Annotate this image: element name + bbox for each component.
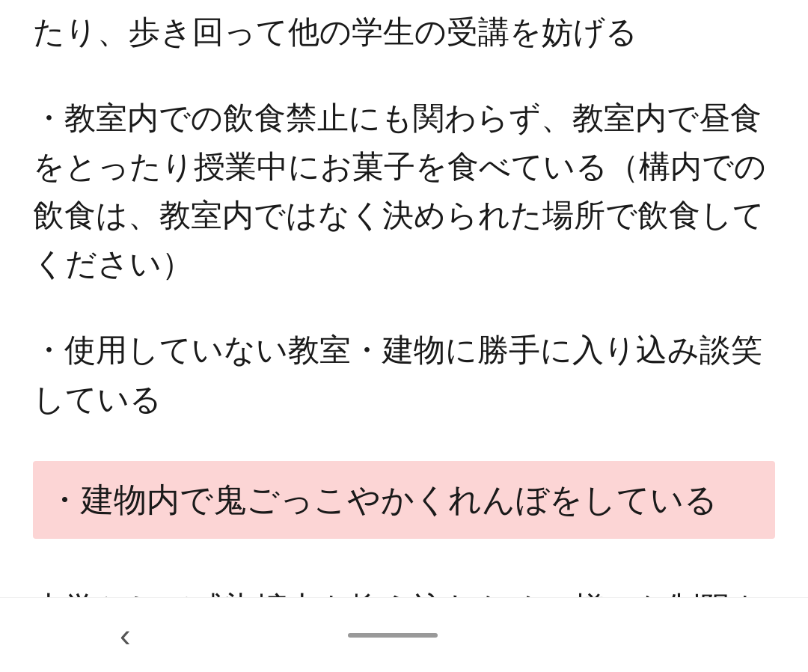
bullet-text-2: ・使用していない教室・建物に勝手に入り込み談笑している xyxy=(33,326,775,423)
back-button[interactable]: ‹ xyxy=(120,617,131,654)
top-paragraph: たり、歩き回って他の学生の受講を妨げる xyxy=(33,0,775,56)
bottom-navigation: ‹ xyxy=(0,597,808,672)
main-content: たり、歩き回って他の学生の受講を妨げる ・教室内での飲食禁止にも関わらず、教室内… xyxy=(0,0,808,632)
home-indicator[interactable] xyxy=(348,633,438,638)
bullet-block-2: ・使用していない教室・建物に勝手に入り込み談笑している xyxy=(33,326,775,423)
bullet-block-1: ・教室内での飲食禁止にも関わらず、教室内で昼食をとったり授業中にお菓子を食べてい… xyxy=(33,94,775,288)
bullet-text-highlighted: ・建物内で鬼ごっこやかくれんぼをしている xyxy=(48,474,760,525)
highlighted-bullet-block: ・建物内で鬼ごっこやかくれんぼをしている xyxy=(33,461,775,539)
bullet-text-1: ・教室内での飲食禁止にも関わらず、教室内で昼食をとったり授業中にお菓子を食べてい… xyxy=(33,94,775,288)
